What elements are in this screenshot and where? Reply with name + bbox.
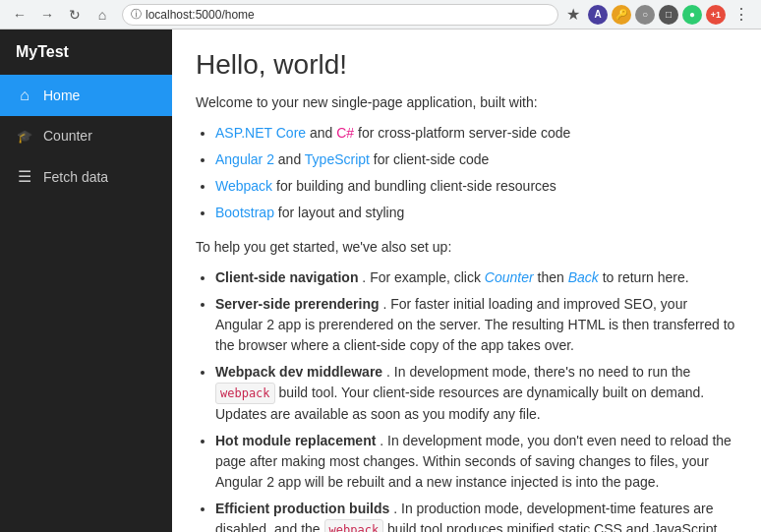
link-back[interactable]: Back bbox=[568, 269, 599, 285]
star-icon[interactable]: ★ bbox=[566, 5, 580, 24]
link-webpack[interactable]: Webpack bbox=[215, 178, 272, 194]
sidebar-label-fetchdata: Fetch data bbox=[43, 169, 108, 185]
address-bar[interactable]: ⓘ localhost:5000/home bbox=[122, 4, 558, 26]
back-button[interactable]: ← bbox=[8, 3, 31, 27]
tech-list: ASP.NET Core and C# for cross-platform s… bbox=[215, 123, 737, 223]
feature-webpack-dev: Webpack dev middleware . In development … bbox=[215, 362, 737, 425]
link-bootstrap[interactable]: Bootstrap bbox=[215, 205, 274, 220]
webpack-code-badge: webpack bbox=[215, 383, 275, 404]
feature-prod-builds: Efficient production builds . In product… bbox=[215, 499, 737, 532]
nav-buttons: ← → ↻ ⌂ bbox=[8, 3, 114, 27]
home-button[interactable]: ⌂ bbox=[90, 3, 114, 27]
ext-icon-5[interactable]: ● bbox=[682, 5, 702, 25]
ext-icon-4[interactable]: □ bbox=[659, 5, 678, 25]
feature-hmr: Hot module replacement . In development … bbox=[215, 431, 737, 493]
app-layout: MyTest ⌂ Home 🎓 Counter ☰ Fetch data Hel… bbox=[0, 30, 761, 532]
ext-icon-6[interactable]: +1 bbox=[706, 5, 726, 25]
link-csharp[interactable]: C# bbox=[336, 125, 354, 141]
sidebar-item-counter[interactable]: 🎓 Counter bbox=[0, 116, 172, 155]
intro-text: Welcome to your new single-page applicat… bbox=[196, 92, 737, 113]
tech-item-aspnet: ASP.NET Core and C# for cross-platform s… bbox=[215, 123, 737, 144]
link-angular[interactable]: Angular 2 bbox=[215, 151, 274, 167]
feature-client-nav-title: Client-side navigation bbox=[215, 269, 358, 285]
menu-button[interactable]: ⋮ bbox=[730, 3, 753, 27]
tech-item-angular: Angular 2 and TypeScript for client-side… bbox=[215, 149, 737, 170]
sidebar-brand: MyTest bbox=[0, 30, 172, 75]
browser-toolbar-icons: A 🔑 ○ □ ● +1 ⋮ bbox=[588, 3, 753, 27]
link-counter[interactable]: Counter bbox=[485, 269, 534, 285]
fetchdata-icon: ☰ bbox=[16, 167, 33, 186]
home-icon: ⌂ bbox=[16, 87, 33, 104]
webpack-code-badge-2: webpack bbox=[324, 519, 384, 532]
link-aspnet[interactable]: ASP.NET Core bbox=[215, 125, 306, 141]
url-text: localhost:5000/home bbox=[146, 8, 255, 22]
forward-button[interactable]: → bbox=[35, 3, 59, 27]
ext-icon-3[interactable]: ○ bbox=[635, 5, 655, 25]
feature-hmr-title: Hot module replacement bbox=[215, 433, 376, 448]
sidebar: MyTest ⌂ Home 🎓 Counter ☰ Fetch data bbox=[0, 30, 172, 532]
feature-ssr: Server-side prerendering . For faster in… bbox=[215, 294, 737, 356]
page-heading: Hello, world! bbox=[196, 49, 737, 81]
sidebar-label-home: Home bbox=[43, 88, 80, 103]
also-text: To help you get started, we've also set … bbox=[196, 237, 737, 258]
main-content: Hello, world! Welcome to your new single… bbox=[172, 30, 761, 532]
feature-prod-builds-title: Efficient production builds bbox=[215, 501, 389, 516]
sidebar-nav: ⌂ Home 🎓 Counter ☰ Fetch data bbox=[0, 75, 172, 198]
ext-icon-2[interactable]: 🔑 bbox=[612, 5, 631, 25]
browser-chrome: ← → ↻ ⌂ ⓘ localhost:5000/home ★ A 🔑 ○ □ … bbox=[0, 0, 761, 30]
link-typescript[interactable]: TypeScript bbox=[305, 151, 370, 167]
reload-button[interactable]: ↻ bbox=[63, 3, 87, 27]
ext-icon-1[interactable]: A bbox=[588, 5, 608, 25]
feature-webpack-dev-title: Webpack dev middleware bbox=[215, 364, 382, 380]
sidebar-label-counter: Counter bbox=[43, 128, 92, 144]
tech-item-bootstrap: Bootstrap for layout and styling bbox=[215, 203, 737, 223]
feature-client-nav: Client-side navigation . For example, cl… bbox=[215, 267, 737, 288]
counter-icon: 🎓 bbox=[16, 129, 33, 144]
sidebar-item-fetchdata[interactable]: ☰ Fetch data bbox=[0, 155, 172, 198]
sidebar-item-home[interactable]: ⌂ Home bbox=[0, 75, 172, 116]
feature-list: Client-side navigation . For example, cl… bbox=[215, 267, 737, 532]
lock-icon: ⓘ bbox=[131, 7, 142, 22]
tech-item-webpack: Webpack for building and bundling client… bbox=[215, 176, 737, 197]
feature-ssr-title: Server-side prerendering bbox=[215, 296, 380, 312]
